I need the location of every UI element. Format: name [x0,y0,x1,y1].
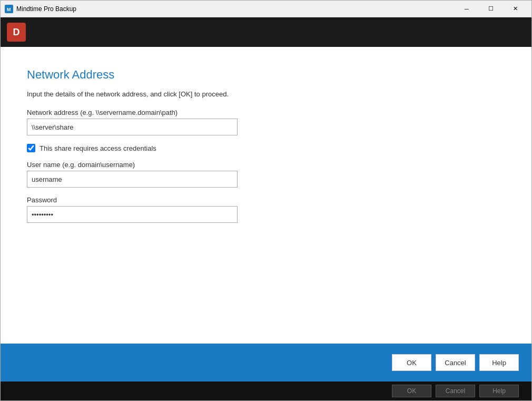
cancel-button[interactable]: Cancel [436,354,475,371]
footer: OK Cancel Help [1,344,531,382]
close-button[interactable]: ✕ [503,1,527,17]
bottom-help: Help [479,385,519,397]
username-input[interactable] [27,171,238,188]
credentials-checkbox[interactable] [27,144,35,152]
app-icon: M [5,5,13,13]
bottom-cancel: Cancel [436,385,475,397]
password-input[interactable] [27,206,238,223]
ok-button[interactable]: OK [392,354,431,371]
credentials-checkbox-label: This share requires access credentials [40,144,156,152]
bottom-ok: OK [392,385,431,397]
bottom-bar: OK Cancel Help [1,382,531,400]
help-button[interactable]: Help [479,354,519,371]
main-window: M Mindtime Pro Backup ─ ☐ ✕ D Network Ad… [0,0,532,401]
app-logo: D [7,23,26,42]
app-header: D [1,17,531,47]
svg-text:M: M [7,7,11,12]
password-group: Password [27,196,505,223]
credentials-checkbox-row: This share requires access credentials [27,144,505,152]
password-label: Password [27,196,505,204]
network-address-group: Network address (e.g. \\servername.domai… [27,109,505,135]
network-address-label: Network address (e.g. \\servername.domai… [27,109,505,116]
title-bar: M Mindtime Pro Backup ─ ☐ ✕ [1,1,531,17]
username-group: User name (e.g. domain\username) [27,161,505,188]
form-description: Input the details of the network address… [27,90,505,98]
username-label: User name (e.g. domain\username) [27,161,505,169]
maximize-button[interactable]: ☐ [479,1,503,17]
window-controls: ─ ☐ ✕ [455,1,527,17]
form-title: Network Address [27,68,505,82]
network-address-input[interactable] [27,119,238,135]
window-title: Mindtime Pro Backup [16,5,455,13]
minimize-button[interactable]: ─ [455,1,479,17]
main-content: Network Address Input the details of the… [1,47,531,344]
